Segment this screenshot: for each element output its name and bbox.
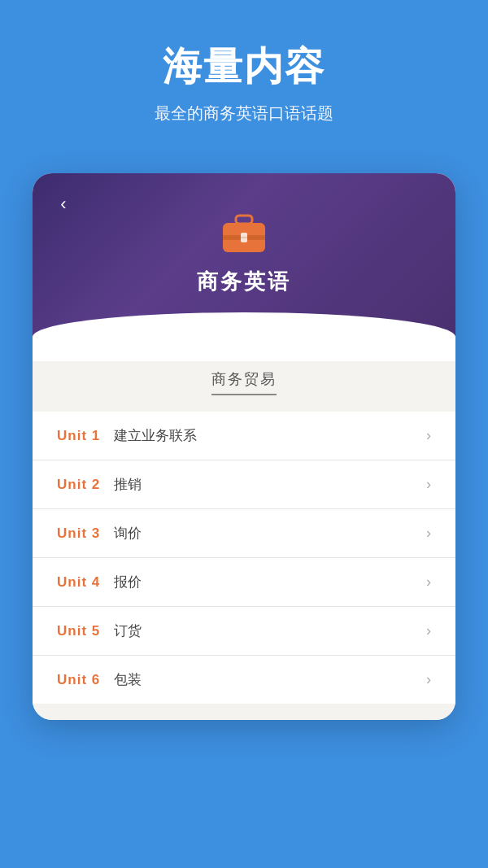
section-underline [211, 394, 277, 395]
unit-item-6[interactable]: Unit 6 包装 › [33, 656, 455, 704]
unit-item-2[interactable]: Unit 2 推销 › [33, 460, 455, 509]
unit-item-3[interactable]: Unit 3 询价 › [33, 509, 455, 558]
chevron-icon-5: › [426, 622, 431, 639]
card-header: ‹ 商务英语 [33, 173, 455, 337]
unit-list: Unit 1 建立业务联系 › Unit 2 推销 › Unit 3 询价 › … [33, 412, 455, 704]
unit-label-6: Unit 6 [57, 672, 114, 688]
unit-label-4: Unit 4 [57, 574, 114, 591]
chevron-icon-4: › [426, 574, 431, 591]
content-card: ‹ 商务英语 商务贸易 Unit 1 建立业务联系 › Unit 2 推销 › [33, 173, 455, 720]
page-subtitle: 最全的商务英语口语话题 [16, 103, 472, 124]
unit-name-6: 包装 [114, 670, 426, 689]
unit-item-4[interactable]: Unit 4 报价 › [33, 558, 455, 607]
unit-item-5[interactable]: Unit 5 订货 › [33, 607, 455, 656]
unit-name-1: 建立业务联系 [114, 426, 426, 445]
unit-item-1[interactable]: Unit 1 建立业务联系 › [33, 412, 455, 460]
section-title: 商务贸易 [33, 369, 455, 389]
header-section: 海量内容 最全的商务英语口语话题 [0, 0, 488, 157]
chevron-icon-1: › [426, 427, 431, 444]
unit-name-4: 报价 [114, 573, 426, 591]
unit-name-2: 推销 [114, 475, 426, 494]
unit-name-5: 订货 [114, 622, 426, 640]
card-body: 商务贸易 Unit 1 建立业务联系 › Unit 2 推销 › Unit 3 … [33, 337, 455, 720]
briefcase-icon [220, 214, 268, 256]
chevron-icon-6: › [426, 671, 431, 688]
card-title: 商务英语 [197, 268, 291, 296]
page-title: 海量内容 [16, 41, 472, 93]
unit-name-3: 询价 [114, 524, 426, 543]
svg-rect-0 [236, 216, 252, 224]
chevron-icon-3: › [426, 525, 431, 542]
unit-label-3: Unit 3 [57, 526, 114, 542]
chevron-icon-2: › [426, 476, 431, 493]
unit-label-5: Unit 5 [57, 623, 114, 639]
unit-label-2: Unit 2 [57, 477, 114, 493]
back-button[interactable]: ‹ [49, 190, 78, 219]
unit-label-1: Unit 1 [57, 428, 114, 444]
